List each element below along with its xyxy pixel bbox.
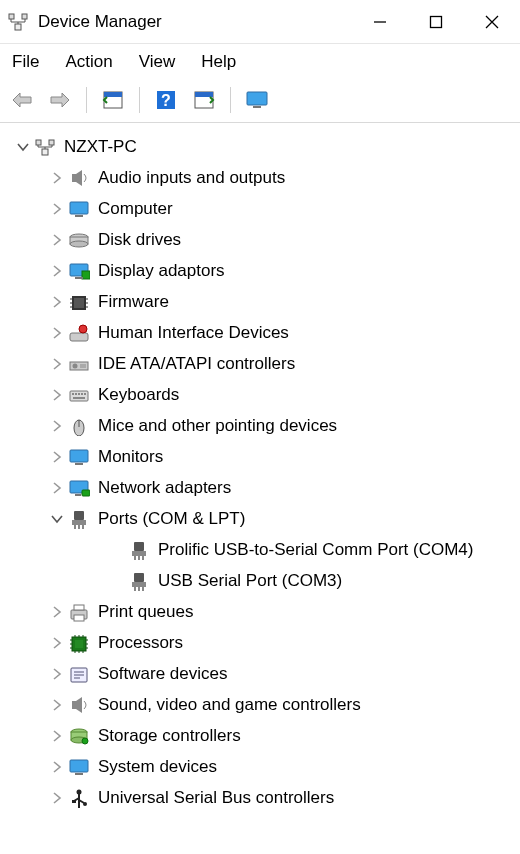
scan-hardware-icon (193, 90, 215, 110)
chevron-right-icon[interactable] (48, 479, 66, 497)
minimize-button[interactable] (352, 0, 408, 43)
menu-help[interactable]: Help (201, 52, 236, 72)
toolbar-separator (230, 87, 231, 113)
tree-category-label: Firmware (98, 293, 169, 310)
back-button[interactable] (8, 86, 36, 114)
tree-root[interactable]: NZXT-PC (4, 131, 516, 162)
tree-category-firmware[interactable]: Firmware (4, 286, 516, 317)
svg-rect-10 (195, 92, 213, 97)
chevron-right-icon[interactable] (48, 634, 66, 652)
toolbar: ? (0, 80, 520, 123)
tree-category-system[interactable]: System devices (4, 751, 516, 782)
monitor-toolbar-button[interactable] (243, 86, 271, 114)
tree-device-label: USB Serial Port (COM3) (158, 572, 342, 589)
chevron-right-icon[interactable] (48, 386, 66, 404)
chevron-right-icon[interactable] (48, 262, 66, 280)
tree-category-storage[interactable]: Storage controllers (4, 720, 516, 751)
maximize-button[interactable] (408, 0, 464, 43)
chip-icon (68, 291, 90, 313)
scan-hardware-button[interactable] (190, 86, 218, 114)
chevron-right-icon[interactable] (48, 727, 66, 745)
menu-view[interactable]: View (139, 52, 176, 72)
chevron-right-icon[interactable] (48, 665, 66, 683)
tree-category-software[interactable]: Software devices (4, 658, 516, 689)
svg-rect-6 (104, 92, 122, 97)
twisty-spacer (108, 572, 126, 590)
tree-root-label: NZXT-PC (64, 138, 137, 155)
window: Device Manager File Action View Help (0, 0, 520, 821)
monitor-icon (68, 756, 90, 778)
tree-category-ports[interactable]: Ports (COM & LPT) (4, 503, 516, 534)
menubar: File Action View Help (0, 44, 520, 80)
chevron-right-icon[interactable] (48, 758, 66, 776)
tree-category-disk[interactable]: Disk drives (4, 224, 516, 255)
menu-file[interactable]: File (12, 52, 39, 72)
chevron-right-icon[interactable] (48, 231, 66, 249)
chevron-right-icon[interactable] (48, 169, 66, 187)
chevron-down-icon[interactable] (48, 510, 66, 528)
back-arrow-icon (11, 91, 33, 109)
toolbar-separator (139, 87, 140, 113)
software-icon (68, 663, 90, 685)
forward-arrow-icon (49, 91, 71, 109)
network-icon (68, 477, 90, 499)
titlebar: Device Manager (0, 0, 520, 44)
tree-category-label: IDE ATA/ATAPI controllers (98, 355, 295, 372)
tree-category-label: Sound, video and game controllers (98, 696, 361, 713)
chevron-right-icon[interactable] (48, 448, 66, 466)
tree-category-audio[interactable]: Audio inputs and outputs (4, 162, 516, 193)
chevron-right-icon[interactable] (48, 324, 66, 342)
svg-rect-14 (49, 140, 54, 145)
device-tree: NZXT-PC Audio inputs and outputsComputer… (0, 123, 520, 821)
tree-category-sound[interactable]: Sound, video and game controllers (4, 689, 516, 720)
svg-rect-4 (431, 16, 442, 27)
close-button[interactable] (464, 0, 520, 43)
tree-category-processors[interactable]: Processors (4, 627, 516, 658)
display-adapter-icon (68, 260, 90, 282)
tree-device[interactable]: USB Serial Port (COM3) (4, 565, 516, 596)
chevron-down-icon[interactable] (14, 138, 32, 156)
storage-ctrl-icon (68, 725, 90, 747)
tree-category-hid[interactable]: Human Interface Devices (4, 317, 516, 348)
menu-action[interactable]: Action (65, 52, 112, 72)
svg-rect-2 (15, 24, 21, 30)
port-icon (128, 539, 150, 561)
hid-icon (68, 322, 90, 344)
tree-category-label: Processors (98, 634, 183, 651)
tree-category-ide[interactable]: IDE ATA/ATAPI controllers (4, 348, 516, 379)
tree-category-label: Display adaptors (98, 262, 225, 279)
calendar-page-icon (102, 90, 124, 110)
tree-category-printq[interactable]: Print queues (4, 596, 516, 627)
tree-category-mice[interactable]: Mice and other pointing devices (4, 410, 516, 441)
ide-icon (68, 353, 90, 375)
chevron-right-icon[interactable] (48, 789, 66, 807)
tree-category-display[interactable]: Display adaptors (4, 255, 516, 286)
tree-category-label: Print queues (98, 603, 193, 620)
svg-text:?: ? (161, 92, 171, 109)
window-title: Device Manager (38, 12, 162, 32)
tree-category-computer[interactable]: Computer (4, 193, 516, 224)
tree-category-monitors[interactable]: Monitors (4, 441, 516, 472)
monitor-icon (68, 446, 90, 468)
tree-category-usb[interactable]: Universal Serial Bus controllers (4, 782, 516, 813)
port-icon (68, 508, 90, 530)
help-button[interactable]: ? (152, 86, 180, 114)
chevron-right-icon[interactable] (48, 293, 66, 311)
tree-category-keyboards[interactable]: Keyboards (4, 379, 516, 410)
show-hide-console-tree-button[interactable] (99, 86, 127, 114)
forward-button[interactable] (46, 86, 74, 114)
chevron-right-icon[interactable] (48, 603, 66, 621)
chevron-right-icon[interactable] (48, 355, 66, 373)
chevron-right-icon[interactable] (48, 200, 66, 218)
tree-device[interactable]: Prolific USB-to-Serial Comm Port (COM4) (4, 534, 516, 565)
tree-category-network[interactable]: Network adapters (4, 472, 516, 503)
twisty-spacer (108, 541, 126, 559)
speaker-icon (68, 167, 90, 189)
tree-category-label: System devices (98, 758, 217, 775)
printer-icon (68, 601, 90, 623)
tree-category-label: Audio inputs and outputs (98, 169, 285, 186)
speaker-icon (68, 694, 90, 716)
chevron-right-icon[interactable] (48, 696, 66, 714)
computer-tower-icon (34, 136, 56, 158)
chevron-right-icon[interactable] (48, 417, 66, 435)
